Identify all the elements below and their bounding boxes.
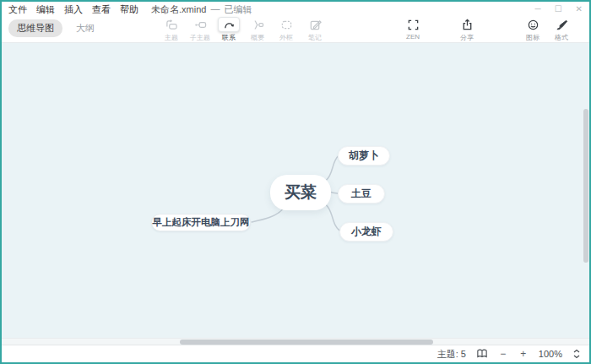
horizontal-scrollbar-track[interactable] xyxy=(2,338,589,345)
share-button[interactable]: 分享 xyxy=(453,15,481,43)
topic-left-branch[interactable]: 早上起床开电脑上刀网 xyxy=(151,214,251,231)
summary-button[interactable]: 概要 xyxy=(243,15,272,43)
window-controls: ─ ☐ ✕ xyxy=(535,3,583,14)
format-label: 格式 xyxy=(555,33,568,42)
zen-group: ZEN xyxy=(399,15,427,43)
topic-crayfish[interactable]: 小龙虾 xyxy=(339,222,393,242)
subtopic-icon xyxy=(189,17,211,32)
summary-label: 概要 xyxy=(251,33,264,42)
view-tabs: 思维导图 大纲 xyxy=(8,19,103,37)
paintbrush-icon xyxy=(550,17,572,32)
zen-mode-button[interactable]: ZEN xyxy=(399,15,427,43)
open-book-icon xyxy=(476,349,488,359)
panel-toggles: 图标 格式 xyxy=(518,15,576,43)
smiley-marker-icon xyxy=(522,17,544,32)
mindmap-canvas[interactable]: 买菜 胡萝卜 土豆 小龙虾 早上起床开电脑上刀网 xyxy=(2,43,589,345)
notes-label: 笔记 xyxy=(308,33,322,42)
menubar: 文件 编辑 插入 查看 帮助 未命名.xmind — 已编辑 ─ ☐ ✕ xyxy=(2,2,589,15)
title-separator: — xyxy=(210,3,220,16)
boundary-label: 外框 xyxy=(279,33,293,42)
notes-icon xyxy=(304,17,326,32)
marker-button[interactable]: 图标 xyxy=(518,15,547,43)
topic-tools: 主题 子主题 联系 xyxy=(157,15,329,43)
summary-icon xyxy=(247,17,268,32)
zoom-out-button[interactable]: − xyxy=(498,348,508,360)
close-button[interactable]: ✕ xyxy=(576,4,583,14)
document-filename: 未命名.xmind xyxy=(151,3,206,16)
menu-file[interactable]: 文件 xyxy=(8,3,27,16)
share-group: 分享 xyxy=(453,15,481,43)
zoom-level[interactable]: 100% xyxy=(539,349,562,359)
notes-button[interactable]: 笔记 xyxy=(301,15,329,43)
zen-label: ZEN xyxy=(406,33,420,41)
zoom-in-button[interactable]: + xyxy=(518,348,529,360)
topic-count-label: 主题: xyxy=(437,348,458,361)
vertical-scrollbar[interactable] xyxy=(583,109,588,263)
tab-outline[interactable]: 大纲 xyxy=(68,19,103,37)
toolbar: 思维导图 大纲 主题 xyxy=(2,15,589,43)
share-icon xyxy=(456,17,478,32)
subtopic-label: 子主题 xyxy=(190,33,210,42)
relationship-label: 联系 xyxy=(222,33,236,42)
subtopic-button[interactable]: 子主题 xyxy=(186,15,214,43)
updown-chevrons-icon xyxy=(572,349,581,359)
minimize-button[interactable]: ─ xyxy=(535,4,541,14)
format-button[interactable]: 格式 xyxy=(547,15,576,43)
relationship-icon xyxy=(218,17,240,32)
menu-help[interactable]: 帮助 xyxy=(120,3,138,16)
topic-count: 主题: 5 xyxy=(437,348,466,361)
document-title: 未命名.xmind — 已编辑 xyxy=(151,3,252,16)
topic-carrot[interactable]: 胡萝卜 xyxy=(338,146,390,166)
zen-mode-icon xyxy=(402,17,424,32)
tab-mindmap[interactable]: 思维导图 xyxy=(8,19,62,37)
maximize-button[interactable]: ☐ xyxy=(555,4,562,14)
xmind-window: 文件 编辑 插入 查看 帮助 未命名.xmind — 已编辑 ─ ☐ ✕ 思维导… xyxy=(0,0,591,364)
boundary-button[interactable]: 外框 xyxy=(272,15,301,43)
share-label: 分享 xyxy=(460,33,474,42)
topic-count-value: 5 xyxy=(461,349,466,359)
menu-insert[interactable]: 插入 xyxy=(64,3,83,16)
map-overview-button[interactable] xyxy=(476,349,488,359)
topic-icon xyxy=(160,17,182,32)
horizontal-scrollbar-thumb[interactable] xyxy=(180,340,433,345)
topic-potato[interactable]: 土豆 xyxy=(338,184,385,204)
statusbar: 主题: 5 − + 100% xyxy=(2,345,589,362)
fit-zoom-button[interactable] xyxy=(572,349,581,359)
menu-view[interactable]: 查看 xyxy=(92,3,111,16)
marker-label: 图标 xyxy=(526,33,539,42)
relationship-button[interactable]: 联系 xyxy=(214,15,243,43)
topic-label: 主题 xyxy=(165,33,178,42)
central-topic[interactable]: 买菜 xyxy=(270,175,331,210)
boundary-icon xyxy=(275,17,297,32)
menu-edit[interactable]: 编辑 xyxy=(36,3,55,16)
topic-button[interactable]: 主题 xyxy=(157,15,186,43)
edit-status: 已编辑 xyxy=(224,3,252,16)
